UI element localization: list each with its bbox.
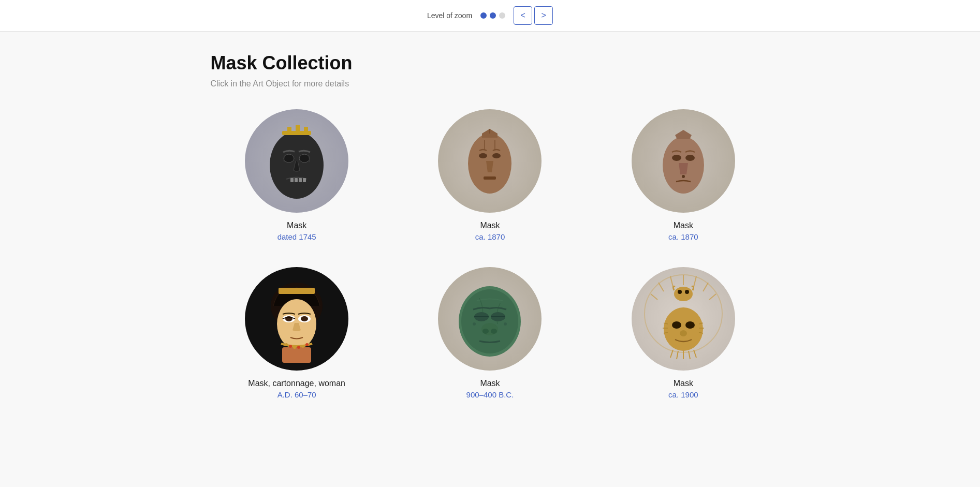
next-button[interactable]: > (534, 6, 553, 25)
svg-point-50 (504, 322, 507, 326)
svg-point-22 (672, 155, 681, 161)
svg-point-35 (289, 345, 292, 348)
svg-point-36 (293, 346, 296, 349)
svg-rect-4 (304, 127, 308, 133)
mask-svg-4 (245, 267, 348, 371)
svg-point-23 (685, 155, 695, 161)
svg-line-56 (670, 276, 673, 287)
svg-point-60 (678, 290, 682, 294)
svg-point-47 (482, 329, 489, 334)
svg-rect-8 (295, 178, 298, 182)
mask-date-2: ca. 1870 (475, 232, 505, 241)
svg-point-62 (664, 307, 703, 351)
mask-svg-2 (438, 109, 542, 213)
mask-name-2: Mask (480, 221, 500, 230)
svg-point-61 (685, 290, 689, 294)
svg-point-25 (682, 175, 685, 178)
svg-rect-17 (484, 176, 496, 180)
svg-line-55 (709, 294, 716, 300)
mask-svg-6 (632, 267, 735, 371)
svg-rect-33 (282, 347, 311, 363)
mask-svg-1 (245, 109, 348, 213)
mask-image-4 (245, 267, 348, 371)
mask-grid: Mask dated 1745 (211, 109, 770, 399)
svg-rect-2 (287, 127, 291, 133)
mask-item-5[interactable]: Mask 900–400 B.C. (404, 267, 576, 399)
mask-svg-5 (438, 267, 542, 371)
svg-point-48 (491, 329, 497, 334)
top-bar: Level of zoom < > (0, 0, 980, 32)
mask-name-5: Mask (480, 379, 500, 388)
page-subtitle: Click in the Art Object for more details (211, 79, 770, 88)
svg-marker-24 (679, 163, 688, 174)
mask-date-4: A.D. 60–70 (277, 390, 316, 399)
mask-date-1: dated 1745 (277, 232, 316, 241)
svg-point-15 (492, 153, 501, 158)
svg-point-49 (473, 322, 476, 326)
mask-name-3: Mask (674, 221, 693, 230)
mask-name-4: Mask, cartonnage, woman (248, 379, 345, 388)
svg-point-71 (680, 330, 687, 336)
svg-point-59 (674, 287, 693, 301)
svg-rect-28 (279, 288, 315, 294)
prev-button[interactable]: < (514, 6, 532, 25)
mask-item-6[interactable]: Mask ca. 1900 (597, 267, 769, 399)
mask-item-2[interactable]: Mask ca. 1870 (404, 109, 576, 241)
svg-point-34 (285, 343, 288, 346)
mask-item-1[interactable]: Mask dated 1745 (211, 109, 383, 241)
svg-point-70 (685, 321, 695, 329)
main-content: Mask Collection Click in the Art Object … (180, 32, 801, 420)
mask-item-4[interactable]: Mask, cartonnage, woman A.D. 60–70 (211, 267, 383, 399)
svg-rect-9 (299, 178, 302, 182)
svg-point-37 (297, 346, 300, 349)
zoom-dot-2[interactable] (490, 12, 496, 19)
mask-name-1: Mask (287, 221, 306, 230)
mask-svg-3 (632, 109, 735, 213)
svg-line-58 (651, 294, 657, 300)
svg-line-53 (694, 276, 696, 287)
svg-point-14 (479, 153, 487, 158)
svg-rect-3 (296, 125, 300, 133)
mask-date-6: ca. 1900 (668, 390, 698, 399)
svg-point-69 (672, 321, 681, 329)
zoom-dot-3[interactable] (499, 12, 505, 19)
svg-line-54 (703, 283, 708, 291)
svg-rect-10 (303, 178, 306, 182)
mask-item-3[interactable]: Mask ca. 1870 (597, 109, 769, 241)
mask-image-2 (438, 109, 542, 213)
svg-rect-7 (290, 178, 294, 182)
svg-point-32 (301, 316, 308, 321)
mask-date-3: ca. 1870 (668, 232, 698, 241)
svg-line-57 (659, 283, 664, 291)
svg-point-38 (301, 345, 304, 348)
mask-name-6: Mask (674, 379, 693, 388)
zoom-dot-1[interactable] (480, 12, 487, 19)
mask-image-1 (245, 109, 348, 213)
mask-date-5: 900–400 B.C. (466, 390, 514, 399)
mask-image-5 (438, 267, 542, 371)
mask-image-3 (632, 109, 735, 213)
zoom-dots (480, 12, 505, 19)
page-title: Mask Collection (211, 52, 770, 74)
zoom-label: Level of zoom (427, 11, 472, 20)
svg-marker-21 (675, 130, 692, 139)
svg-point-39 (305, 343, 309, 346)
nav-buttons: < > (514, 6, 553, 25)
mask-image-6 (632, 267, 735, 371)
